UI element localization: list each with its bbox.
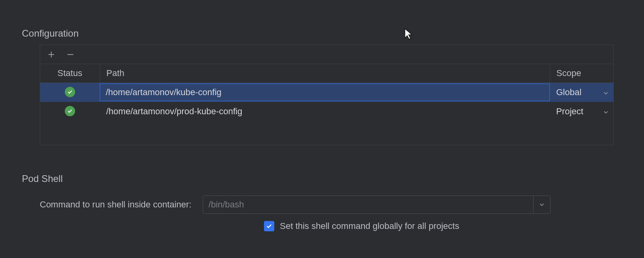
command-dropdown-button[interactable] [533, 195, 551, 214]
command-label: Command to run shell inside container: [40, 199, 192, 210]
path-input[interactable]: /home/artamonov/kube-config [100, 84, 550, 101]
config-toolbar [40, 45, 613, 64]
status-ok-icon [65, 106, 75, 116]
chevron-down-icon [602, 89, 609, 96]
col-header-scope: Scope [550, 64, 613, 83]
path-value: /home/artamonov/prod-kube-config [100, 102, 550, 121]
command-input[interactable] [203, 195, 533, 214]
add-button[interactable] [46, 49, 57, 60]
scope-value: Global [556, 87, 582, 98]
status-ok-icon [65, 87, 75, 97]
col-header-path: Path [100, 64, 550, 83]
table-row[interactable]: /home/artamonov/prod-kube-config Project [40, 102, 613, 121]
path-value: /home/artamonov/kube-config [106, 87, 221, 98]
configuration-table: Status Path Scope /home/artamonov/kube-c… [40, 45, 614, 145]
configuration-title: Configuration [0, 28, 644, 39]
pod-shell-title: Pod Shell [0, 173, 644, 184]
remove-button[interactable] [65, 49, 76, 60]
global-checkbox-label: Set this shell command globally for all … [280, 221, 459, 231]
table-row[interactable]: /home/artamonov/kube-config Global [40, 83, 613, 102]
scope-value: Project [556, 106, 583, 117]
scope-dropdown[interactable]: Project [556, 106, 609, 117]
chevron-down-icon [602, 108, 609, 115]
scope-dropdown[interactable]: Global [556, 87, 609, 98]
col-header-status: Status [40, 64, 100, 83]
global-checkbox[interactable] [264, 221, 274, 231]
